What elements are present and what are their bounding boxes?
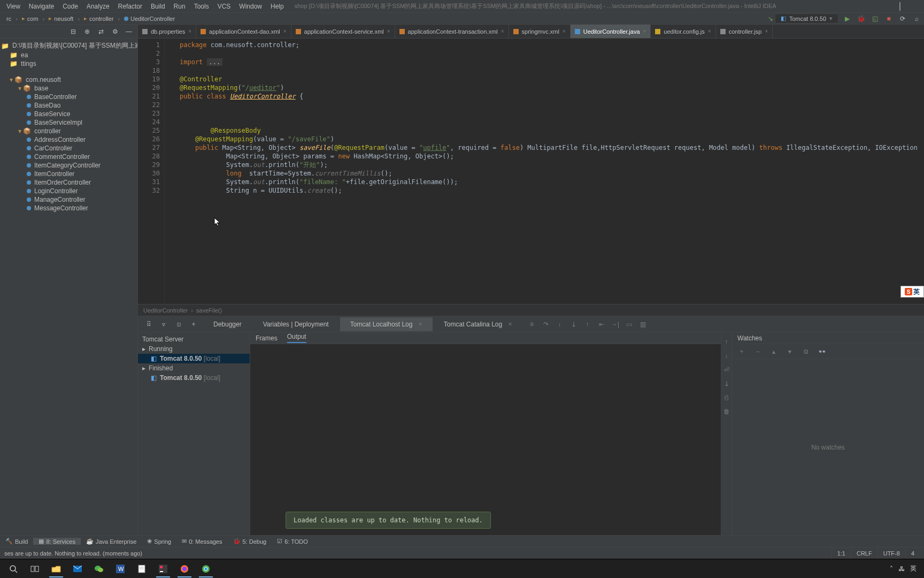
btab-build[interactable]: 🔨 Build bbox=[0, 538, 33, 545]
menu-tools[interactable]: Tools bbox=[190, 1, 213, 12]
task-notes[interactable] bbox=[132, 560, 152, 577]
update-icon[interactable]: ⟳ bbox=[898, 14, 907, 23]
scroll-end-icon[interactable]: ⤓ bbox=[722, 379, 731, 388]
force-step-icon[interactable]: ⤓ bbox=[569, 320, 578, 329]
gear-icon[interactable]: ⚙ bbox=[111, 27, 119, 36]
task-mail[interactable] bbox=[67, 560, 88, 577]
wrap-icon[interactable]: ⏎ bbox=[722, 366, 731, 374]
nav-up-icon[interactable]: ↑ bbox=[722, 338, 731, 346]
status-eol[interactable]: CRLF bbox=[851, 547, 877, 559]
tree-item[interactable]: ItemController bbox=[0, 170, 137, 178]
tree-item[interactable]: MessageController bbox=[0, 204, 137, 212]
task-intellij[interactable] bbox=[153, 560, 173, 577]
stop-icon[interactable]: ■ bbox=[884, 14, 893, 23]
debug-icon[interactable]: 🐞 bbox=[857, 14, 865, 23]
tw-tab-catalina-log[interactable]: Tomcat Catalina Log × bbox=[434, 317, 522, 331]
menu-refactor[interactable]: Refactor bbox=[114, 1, 147, 12]
search-icon[interactable]: ⌕ bbox=[912, 14, 921, 23]
step-out-icon[interactable]: ↑ bbox=[583, 320, 592, 329]
crumb-com[interactable]: ▸com bbox=[19, 15, 42, 22]
tree-item[interactable]: ▾ 📦base bbox=[0, 84, 137, 93]
window-maximize[interactable] bbox=[899, 3, 907, 10]
btab-services[interactable]: ▦ 8: Services bbox=[33, 538, 80, 545]
server-item[interactable]: ◧Tomcat 8.0.50 [local] bbox=[138, 354, 250, 363]
crumb-controller[interactable]: ▸controller bbox=[81, 15, 117, 22]
menu-help[interactable]: Help bbox=[266, 1, 288, 12]
menu-build[interactable]: Build bbox=[147, 1, 170, 12]
editor-tab[interactable]: springmvc.xml× bbox=[509, 25, 571, 38]
tree-item[interactable]: CommentController bbox=[0, 153, 137, 161]
editor-tab[interactable]: ueditor.config.js× bbox=[651, 25, 715, 38]
task-firefox[interactable] bbox=[174, 560, 195, 577]
tree-item[interactable]: BaseDao bbox=[0, 101, 137, 110]
tw-filter-icon[interactable]: ▿ bbox=[159, 320, 168, 329]
window-minimize[interactable] bbox=[888, 3, 895, 10]
tw-tree-icon[interactable]: ⎅ bbox=[174, 320, 183, 329]
btab-spring[interactable]: ❀ Spring bbox=[142, 538, 176, 545]
print-icon[interactable]: ⎙ bbox=[722, 393, 731, 402]
editor-tab[interactable]: UeditorController.java× bbox=[571, 25, 651, 38]
tree-item[interactable]: LoginController bbox=[0, 187, 137, 195]
watch-remove-icon[interactable]: − bbox=[753, 347, 762, 356]
tree-item[interactable]: 📁ttings bbox=[0, 59, 137, 68]
crumb-class[interactable]: UeditorController bbox=[121, 16, 178, 22]
watch-up-icon[interactable]: ▴ bbox=[769, 347, 778, 356]
tree-item[interactable]: AddressController bbox=[0, 135, 137, 144]
watch-down-icon[interactable]: ▾ bbox=[786, 347, 794, 356]
tree-item[interactable]: ▾ 📦controller bbox=[0, 127, 137, 135]
menu-run[interactable]: Run bbox=[170, 1, 190, 12]
drop-frame-icon[interactable]: ⇤ bbox=[597, 320, 606, 329]
editor-tab[interactable]: db.properties× bbox=[138, 25, 196, 38]
show-exec-icon[interactable]: ≡ bbox=[528, 320, 536, 329]
subtab-output[interactable]: Output bbox=[287, 333, 306, 343]
crumb-neusoft[interactable]: ▸neusoft bbox=[45, 15, 76, 22]
btab-java-enterprise[interactable]: ☕ Java Enterprise bbox=[81, 538, 142, 545]
tree-item[interactable]: BaseServiceImpl bbox=[0, 118, 137, 127]
watch-add-icon[interactable]: ＋ bbox=[737, 347, 746, 356]
crumb-method-bottom[interactable]: saveFile() bbox=[196, 307, 222, 314]
tray-ime[interactable]: 英 bbox=[910, 564, 917, 573]
menu-view[interactable]: View bbox=[2, 1, 25, 12]
server-item[interactable]: ◧Tomcat 8.0.50 [local] bbox=[138, 373, 250, 383]
server-group[interactable]: ▸Running bbox=[138, 344, 250, 354]
expand-icon[interactable]: ⊕ bbox=[83, 27, 91, 36]
task-word[interactable]: W bbox=[110, 560, 130, 577]
layout-icon[interactable]: ▥ bbox=[639, 320, 648, 329]
menu-window[interactable]: Window bbox=[235, 1, 266, 12]
ime-indicator[interactable]: S英 bbox=[900, 286, 924, 298]
btab-messages[interactable]: ✉ 0: Messages bbox=[176, 538, 227, 545]
tw-tab-variables[interactable]: Variables | Deployment bbox=[253, 317, 339, 331]
tree-item[interactable]: ItemOrderController bbox=[0, 178, 137, 187]
run-to-cursor-icon[interactable]: →| bbox=[611, 320, 620, 329]
collapse-icon[interactable]: ⊟ bbox=[69, 27, 78, 36]
step-over-icon[interactable]: ↷ bbox=[542, 320, 550, 329]
tw-tab-localhost-log[interactable]: Tomcat Localhost Log × bbox=[340, 317, 433, 331]
run-config-select[interactable]: ◧ Tomcat 8.0.50 ▾ bbox=[775, 13, 838, 24]
tray-chevron-icon[interactable]: ˄ bbox=[890, 565, 893, 573]
menu-analyze[interactable]: Analyze bbox=[82, 1, 114, 12]
tree-item[interactable]: ManageController bbox=[0, 195, 137, 204]
tree-root[interactable]: 📁D:\项目录制视频\[C00074] 基于SSM的网上家具商 bbox=[0, 41, 137, 51]
menu-code[interactable]: Code bbox=[58, 1, 82, 12]
tree-item[interactable]: BaseController bbox=[0, 93, 137, 101]
tw-add-icon[interactable]: ＋ bbox=[189, 320, 198, 329]
task-chrome[interactable] bbox=[196, 560, 216, 577]
editor-tab[interactable]: applicationContext-service.xml× bbox=[291, 25, 395, 38]
output-console[interactable]: Loaded classes are up to date. Nothing t… bbox=[250, 344, 721, 535]
watch-glasses-icon[interactable]: 👓 bbox=[818, 347, 826, 356]
hide-icon[interactable]: — bbox=[125, 27, 133, 36]
menu-navigate[interactable]: Navigate bbox=[25, 1, 58, 12]
autoscroll-icon[interactable]: ⇄ bbox=[97, 27, 105, 36]
step-into-icon[interactable]: ↓ bbox=[556, 320, 564, 329]
window-close[interactable] bbox=[911, 3, 919, 10]
watch-copy-icon[interactable]: ⧉ bbox=[802, 347, 810, 356]
btab-debug[interactable]: 🐞 5: Debug bbox=[228, 538, 272, 545]
status-caret[interactable]: 1:1 bbox=[831, 547, 851, 559]
crumb-src[interactable]: rc bbox=[3, 16, 14, 22]
task-wechat[interactable] bbox=[89, 560, 109, 577]
btab-todo[interactable]: ☑ 6: TODO bbox=[272, 538, 313, 545]
subtab-frames[interactable]: Frames bbox=[256, 334, 278, 342]
tree-item[interactable]: BaseService bbox=[0, 110, 137, 118]
run-icon[interactable]: ▶ bbox=[843, 14, 851, 23]
nav-down-icon[interactable]: ↓ bbox=[722, 352, 731, 360]
